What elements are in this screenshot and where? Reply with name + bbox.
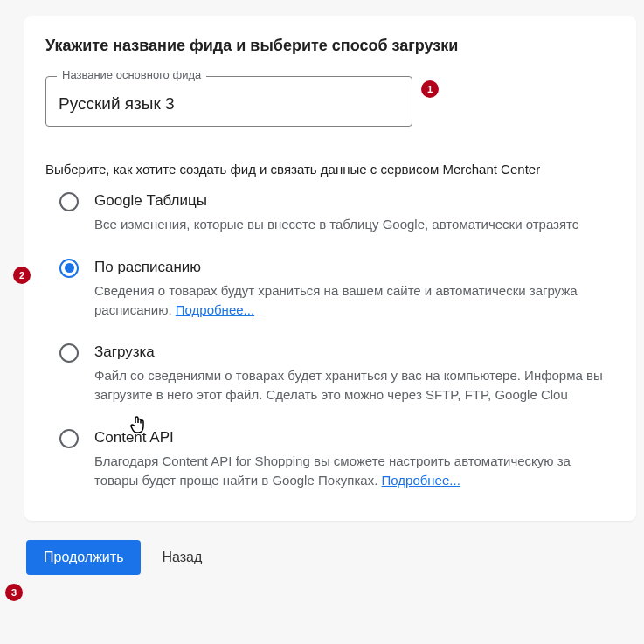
feed-name-field[interactable]: Название основного фида Русский язык 3: [45, 76, 412, 127]
page-heading: Укажите название фида и выберите способ …: [45, 37, 615, 55]
option-title: Google Таблицы: [94, 192, 615, 210]
option-content-api[interactable]: Content API Благодаря Content API for Sh…: [45, 429, 615, 490]
option-desc: Сведения о товарах будут храниться на ва…: [94, 281, 615, 320]
option-google-sheets[interactable]: Google Таблицы Все изменения, которые вы…: [45, 192, 615, 234]
feed-name-value: Русский язык 3: [59, 94, 399, 114]
option-title: Content API: [94, 429, 615, 447]
radio-scheduled[interactable]: [59, 259, 79, 278]
radio-content-api[interactable]: [59, 429, 79, 448]
option-upload[interactable]: Загрузка Файл со сведениями о товарах бу…: [45, 343, 615, 405]
learn-more-link[interactable]: Подробнее...: [382, 473, 460, 488]
callout-3: 3: [5, 584, 23, 601]
learn-more-link[interactable]: Подробнее...: [176, 302, 254, 317]
option-desc: Все изменения, которые вы внесете в табл…: [94, 215, 615, 234]
button-row: Продолжить Назад: [26, 540, 644, 575]
radio-upload[interactable]: [59, 343, 79, 363]
option-desc: Благодаря Content API for Shopping вы см…: [94, 452, 615, 490]
radio-google-sheets[interactable]: [59, 192, 79, 211]
feed-setup-card: Укажите название фида и выберите способ …: [24, 16, 636, 521]
callout-1: 1: [421, 80, 439, 98]
feed-name-label: Название основного фида: [57, 68, 206, 81]
option-scheduled[interactable]: По расписанию Сведения о товарах будут х…: [45, 259, 615, 320]
back-button[interactable]: Назад: [162, 550, 202, 565]
callout-2: 2: [13, 267, 31, 284]
option-title: По расписанию: [94, 259, 615, 276]
option-desc: Файл со сведениями о товарах будет храни…: [94, 366, 615, 405]
continue-button[interactable]: Продолжить: [26, 540, 141, 575]
method-instruction: Выберите, как хотите создать фид и связа…: [45, 162, 615, 177]
option-title: Загрузка: [94, 343, 615, 361]
